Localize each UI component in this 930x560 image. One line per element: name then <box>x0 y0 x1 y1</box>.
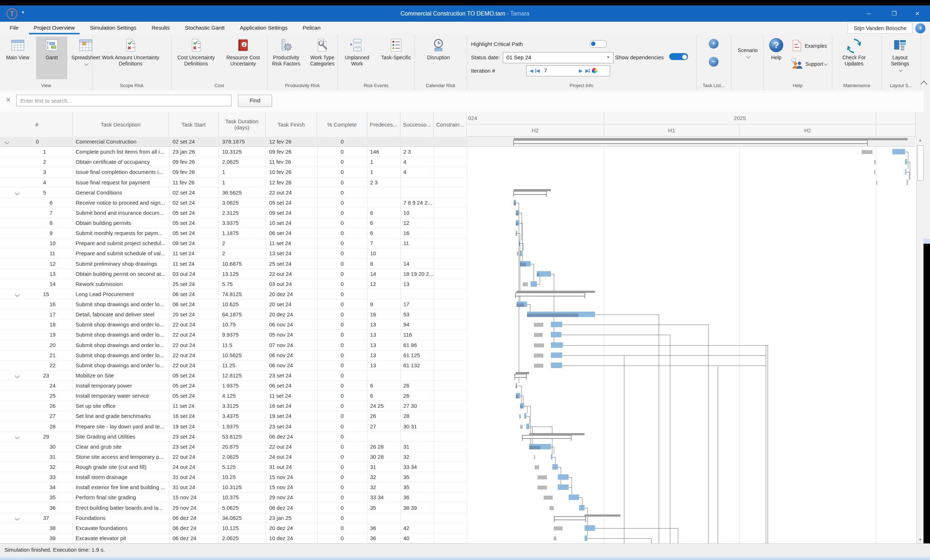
cell-task-finish[interactable]: 06 dez 24 <box>265 503 317 512</box>
cell-task-number[interactable]: 16 <box>2 299 73 309</box>
table-row[interactable]: 9Submit monthly requests for paym...05 s… <box>0 228 467 238</box>
cell-constraints[interactable] <box>434 523 467 533</box>
cell-task-description[interactable]: Set up site office <box>73 401 169 411</box>
cell-constraints[interactable] <box>434 310 467 319</box>
gantt-task-bar[interactable] <box>905 159 907 164</box>
menu-tab-file[interactable]: File <box>2 22 26 34</box>
cell-predecessors[interactable]: 16 <box>367 310 400 319</box>
cell-task-finish[interactable]: 29 nov 24 <box>265 492 317 502</box>
table-row[interactable]: 35Perform final site grading15 nov 2410.… <box>0 492 467 503</box>
cell-constraints[interactable] <box>434 218 467 228</box>
cell-task-finish[interactable]: 13 set 24 <box>265 249 317 258</box>
cell-task-finish[interactable]: 20 dez 24 <box>265 523 317 533</box>
gantt-deterministic-bar[interactable] <box>534 344 544 347</box>
gantt-deterministic-bar[interactable] <box>544 496 553 500</box>
cell-task-finish[interactable]: 06 nov 24 <box>265 350 317 360</box>
cell-task-description[interactable]: Obtain certificate of occupancy <box>73 157 169 167</box>
cell-successors[interactable]: 61 86 <box>400 340 434 350</box>
cell-task-start[interactable]: 11 set 24 <box>169 249 219 258</box>
cell-task-number[interactable]: 37 <box>2 513 73 523</box>
cell-task-start[interactable]: 06 dez 24 <box>169 533 219 543</box>
cell-predecessors[interactable]: 35 <box>367 503 400 512</box>
cell-percent-complete[interactable]: 0 <box>317 492 367 502</box>
cell-task-finish[interactable]: 11 set 24 <box>265 238 317 248</box>
cell-task-duration[interactable]: 34.0625 <box>219 513 265 523</box>
cell-predecessors[interactable]: 27 <box>367 422 400 431</box>
cell-task-number[interactable]: 33 <box>2 472 73 482</box>
cell-task-number[interactable]: 9 <box>2 228 73 238</box>
gantt-task-bar[interactable] <box>520 250 522 256</box>
cell-predecessors[interactable]: 146 <box>367 147 400 156</box>
cell-percent-complete[interactable]: 0 <box>317 319 367 329</box>
cell-successors[interactable] <box>400 432 434 442</box>
cell-task-description[interactable]: Excavate elevator pit <box>73 533 169 543</box>
column-header-constrain-[interactable]: Constrain... <box>434 112 467 137</box>
cell-constraints[interactable] <box>434 279 467 289</box>
gantt-button[interactable]: Gantt <box>36 37 67 79</box>
cell-task-number[interactable]: 30 <box>2 442 73 451</box>
cell-task-number[interactable]: 27 <box>2 411 73 421</box>
cell-task-duration[interactable]: 2 <box>219 249 265 258</box>
table-row[interactable]: 3Issue final completion documents i...09… <box>0 167 467 177</box>
cell-successors[interactable]: 116 <box>400 330 434 339</box>
table-row[interactable]: 6Receive notice to proceed and sign...02… <box>0 198 467 208</box>
cell-task-finish[interactable]: 06 nov 24 <box>265 361 317 370</box>
cell-task-number[interactable]: 11 <box>2 249 73 258</box>
cell-percent-complete[interactable]: 0 <box>317 340 367 350</box>
column-header-successo-[interactable]: Successo... <box>400 112 434 137</box>
cell-task-start[interactable]: 11 fev 26 <box>169 178 219 187</box>
cell-constraints[interactable] <box>434 350 467 360</box>
cell-predecessors[interactable]: 7 <box>367 238 400 248</box>
cell-percent-complete[interactable]: 0 <box>317 442 367 451</box>
column-header-task-duration-days-[interactable]: Task Duration (days) <box>219 112 265 137</box>
cell-task-description[interactable]: Set line and grade benchmarks <box>73 411 169 421</box>
cell-successors[interactable]: 31 <box>400 442 434 451</box>
cell-constraints[interactable] <box>434 319 467 329</box>
cell-successors[interactable]: 10 <box>400 208 434 218</box>
gantt-deterministic-bar[interactable] <box>534 333 543 337</box>
cell-task-number[interactable]: 24 <box>2 380 73 390</box>
gantt-task-bar[interactable] <box>526 424 529 429</box>
gantt-task-bar[interactable] <box>585 525 595 531</box>
cell-constraints[interactable] <box>434 340 467 350</box>
cell-percent-complete[interactable]: 0 <box>317 513 367 523</box>
cell-task-finish[interactable]: 12 fev 26 <box>265 178 317 187</box>
gantt-deterministic-bar[interactable] <box>523 282 528 286</box>
cell-task-finish[interactable]: 22 out 24 <box>265 188 317 197</box>
cell-task-description[interactable]: Rework submission <box>73 279 169 289</box>
table-row[interactable]: 1Complete punch list items from all i...… <box>0 147 467 157</box>
cell-task-finish[interactable]: 19 set 24 <box>265 411 317 421</box>
resource-cost-uncertainty-button[interactable]: Resource Cost Uncertainty <box>222 37 265 79</box>
table-row[interactable]: 7Submit bond and insurance docum...05 se… <box>0 208 467 218</box>
cell-percent-complete[interactable]: 0 <box>317 157 367 167</box>
gantt-deterministic-bar[interactable] <box>534 323 543 327</box>
cell-successors[interactable] <box>400 249 434 258</box>
cell-task-description[interactable]: Prepare and submit schedule of val... <box>73 249 169 258</box>
cell-task-duration[interactable]: 20.875 <box>219 442 265 451</box>
cell-task-finish[interactable]: 10 fev 26 <box>265 167 317 177</box>
cell-task-finish[interactable]: 10 dez 24 <box>265 533 317 543</box>
cell-constraints[interactable] <box>434 533 467 543</box>
cell-predecessors[interactable]: 1 <box>367 157 400 167</box>
table-row[interactable]: 24Install temporary power05 set 241.9375… <box>0 380 467 391</box>
cell-task-number[interactable]: 13 <box>2 269 73 279</box>
work-amount-uncertainty-definitions-button[interactable]: Work Amount Uncertainty Definitions <box>94 37 167 79</box>
cell-predecessors[interactable]: 1 <box>367 167 400 177</box>
cell-predecessors[interactable]: 13 <box>367 340 400 350</box>
cell-task-start[interactable]: 25 set 24 <box>169 279 219 289</box>
cell-task-duration[interactable]: 378.1875 <box>219 137 265 146</box>
column-header-task-finish[interactable]: Task Finish <box>265 112 317 137</box>
table-row[interactable]: 21Submit shop drawings and order lo...22… <box>0 350 467 361</box>
cell-task-description[interactable]: Complete punch list items from all i... <box>73 147 169 156</box>
maximize-button[interactable]: ❐ <box>884 5 905 22</box>
cell-constraints[interactable] <box>434 299 467 309</box>
cell-task-start[interactable]: 11 set 24 <box>169 401 219 411</box>
cell-percent-complete[interactable]: 0 <box>317 503 367 512</box>
cell-successors[interactable]: 32 <box>400 452 434 462</box>
cell-predecessors[interactable]: 12 <box>367 279 400 289</box>
gantt-task-bar[interactable] <box>551 342 563 348</box>
cell-task-finish[interactable]: 20 set 24 <box>265 299 317 309</box>
cell-task-duration[interactable]: 2.0625 <box>219 533 265 543</box>
cell-task-start[interactable]: 31 out 24 <box>169 482 219 492</box>
cell-constraints[interactable] <box>434 411 467 421</box>
